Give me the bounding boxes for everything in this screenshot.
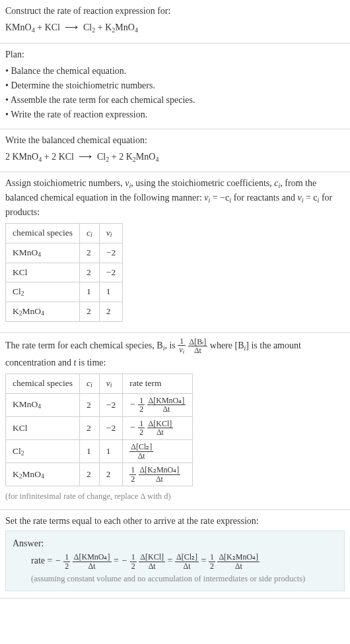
table-row: KCl 2 −2 xyxy=(6,263,123,282)
prompt-equation: KMnO4 + KCl ⟶ Cl2 + K2MnO4 xyxy=(5,20,345,35)
table-header-row: chemical species ci νi rate term xyxy=(6,373,193,393)
cell-species: KCl xyxy=(6,263,80,282)
cell-species: K2MnO4 xyxy=(6,302,80,321)
answer-box: Answer: rate = − 12 Δ[KMnO₄]Δt = − 12 Δ[… xyxy=(5,531,345,591)
section-plan: Plan: • Balance the chemical equation. •… xyxy=(0,44,350,129)
cell-nui: 1 xyxy=(99,282,122,302)
cell-rate-term: − 12 Δ[KCl]Δt xyxy=(123,416,193,439)
col-rate-term: rate term xyxy=(123,373,193,393)
cell-species: Cl2 xyxy=(6,439,80,463)
section-prompt: Construct the rate of reaction expressio… xyxy=(0,0,350,44)
rateterm-intro: The rate term for each chemical species,… xyxy=(5,337,345,370)
col-species: chemical species xyxy=(6,373,80,393)
section-stoich: Assign stoichiometric numbers, νi, using… xyxy=(0,172,350,333)
plan-item: • Write the rate of reaction expression. xyxy=(5,108,345,121)
col-ci: ci xyxy=(80,373,100,393)
section-final: Set the rate terms equal to each other t… xyxy=(0,510,350,598)
cell-ci: 2 xyxy=(80,416,100,439)
species: KMnO4 xyxy=(5,22,35,32)
table-row: Cl2 1 1 xyxy=(6,282,123,302)
col-nui: νi xyxy=(99,373,122,393)
cell-nui: −2 xyxy=(99,263,122,282)
final-title: Set the rate terms equal to each other t… xyxy=(5,514,345,528)
cell-ci: 1 xyxy=(80,439,100,463)
prompt-title: Construct the rate of reaction expressio… xyxy=(5,4,345,18)
reaction-arrow-icon: ⟶ xyxy=(76,152,94,162)
answer-note: (assuming constant volume and no accumul… xyxy=(31,573,337,585)
rateterm-note: (for infinitesimal rate of change, repla… xyxy=(5,490,345,503)
answer-label: Answer: xyxy=(13,536,337,550)
plus: + xyxy=(37,22,44,32)
plan-item: • Balance the chemical equation. xyxy=(5,64,345,78)
species: K2MnO4 xyxy=(105,22,138,32)
cell-nui: −2 xyxy=(99,416,122,439)
cell-ci: 1 xyxy=(80,282,100,302)
plus: + xyxy=(98,22,105,32)
species: Cl2 xyxy=(97,152,109,162)
cell-species: Cl2 xyxy=(6,282,80,302)
cell-nui: −2 xyxy=(99,393,122,416)
col-nui: νi xyxy=(99,223,122,243)
plan-item: • Assemble the rate term for each chemic… xyxy=(5,93,345,107)
table-header-row: chemical species ci νi xyxy=(6,223,123,243)
section-balanced: Write the balanced chemical equation: 2 … xyxy=(0,129,350,173)
balanced-title: Write the balanced chemical equation: xyxy=(5,133,345,147)
species: 2 K2MnO4 xyxy=(119,152,158,162)
stoich-intro: Assign stoichiometric numbers, νi, using… xyxy=(5,176,345,218)
plan-item: • Determine the stoichiometric numbers. xyxy=(5,79,345,92)
table-row: KMnO4 2 −2 xyxy=(6,243,123,263)
cell-ci: 2 xyxy=(80,393,100,416)
rate-expression: rate = − 12 Δ[KMnO₄]Δt = − 12 Δ[KCl]Δt =… xyxy=(31,553,337,570)
cell-ci: 2 xyxy=(80,463,100,486)
table-row: K2MnO4 2 2 xyxy=(6,302,123,321)
species: KCl xyxy=(45,22,60,32)
fraction: Δ[Bᵢ] Δt xyxy=(188,338,208,355)
stoich-table: chemical species ci νi KMnO4 2 −2 KCl 2 … xyxy=(5,223,123,322)
reaction-arrow-icon: ⟶ xyxy=(62,22,81,32)
plus: + xyxy=(44,152,52,162)
plus: + xyxy=(112,152,119,162)
col-ci: ci xyxy=(80,223,100,243)
balanced-equation: 2 KMnO4 + 2 KCl ⟶ Cl2 + 2 K2MnO4 xyxy=(5,150,345,164)
cell-ci: 2 xyxy=(80,263,100,282)
cell-nui: 1 xyxy=(99,439,122,463)
section-rateterm: The rate term for each chemical species,… xyxy=(0,333,350,510)
species: 2 KMnO4 xyxy=(5,152,42,162)
cell-nui: −2 xyxy=(99,243,122,263)
table-row: Cl2 1 1 Δ[Cl₂]Δt xyxy=(6,439,193,463)
cell-ci: 2 xyxy=(80,302,100,321)
plan-title: Plan: xyxy=(5,48,345,61)
cell-rate-term: Δ[Cl₂]Δt xyxy=(123,439,193,463)
species: 2 KCl xyxy=(52,152,74,162)
cell-ci: 2 xyxy=(80,243,100,263)
col-species: chemical species xyxy=(6,223,80,243)
cell-rate-term: − 12 Δ[KMnO₄]Δt xyxy=(123,393,193,416)
cell-species: KMnO4 xyxy=(6,393,80,416)
cell-species: KCl xyxy=(6,416,80,439)
cell-nui: 2 xyxy=(99,463,122,486)
table-row: KMnO4 2 −2 − 12 Δ[KMnO₄]Δt xyxy=(6,393,193,416)
cell-species: K2MnO4 xyxy=(6,463,80,486)
species: Cl2 xyxy=(83,22,95,32)
rateterm-table: chemical species ci νi rate term KMnO4 2… xyxy=(5,373,193,487)
cell-nui: 2 xyxy=(99,302,122,321)
table-row: K2MnO4 2 2 12 Δ[K₂MnO₄]Δt xyxy=(6,463,193,486)
cell-species: KMnO4 xyxy=(6,243,80,263)
cell-rate-term: 12 Δ[K₂MnO₄]Δt xyxy=(123,463,193,486)
fraction: 1 νi xyxy=(178,337,186,356)
table-row: KCl 2 −2 − 12 Δ[KCl]Δt xyxy=(6,416,193,439)
